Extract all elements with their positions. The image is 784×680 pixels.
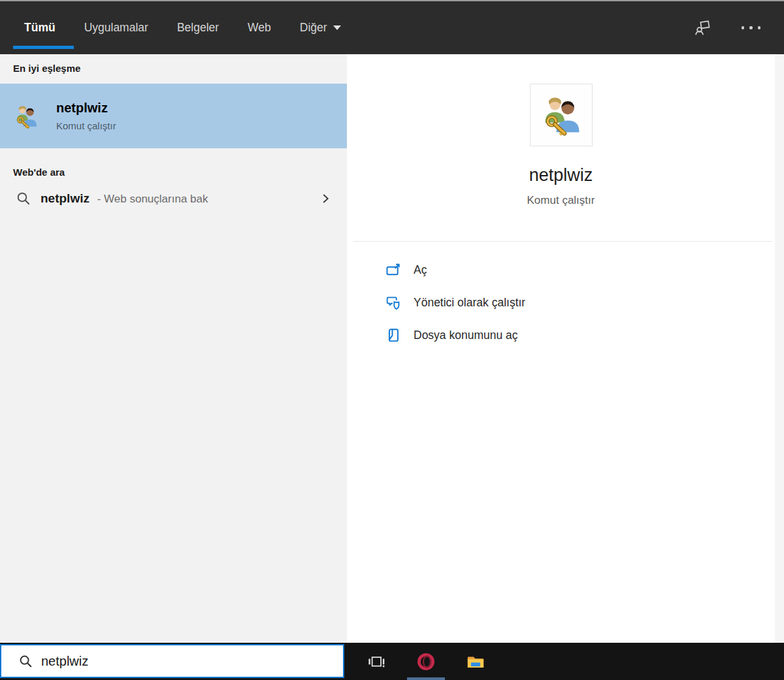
action-open-label: Aç	[414, 263, 427, 277]
task-view-button[interactable]	[351, 643, 401, 680]
web-search-suffix: - Web sonuçlarına bak	[97, 193, 208, 205]
taskbar	[0, 643, 784, 680]
tab-documents-label: Belgeler	[177, 21, 219, 35]
netplwiz-users-key-icon	[13, 103, 39, 129]
file-location-icon	[385, 327, 402, 344]
tab-more[interactable]: Diğer	[300, 1, 341, 54]
web-search-header: Web'de ara	[13, 167, 360, 178]
tab-all-label: Tümü	[24, 21, 56, 35]
tab-apps-label: Uygulamalar	[84, 21, 148, 35]
action-open[interactable]: Aç	[347, 253, 775, 286]
more-options-icon[interactable]	[740, 22, 762, 33]
search-filter-bar: Tümü Uygulamalar Belgeler Web Diğer	[0, 0, 784, 54]
taskbar-search-box[interactable]	[0, 644, 344, 678]
action-open-file-location[interactable]: Dosya konumunu aç	[347, 319, 775, 351]
opera-gx-button[interactable]	[401, 643, 451, 680]
tab-more-label: Diğer	[300, 21, 327, 35]
tab-documents[interactable]: Belgeler	[177, 1, 219, 54]
running-app-indicator	[407, 677, 445, 680]
search-input[interactable]	[41, 654, 302, 669]
windows-search-panel: Tümü Uygulamalar Belgeler Web Diğer	[0, 0, 784, 680]
results-panel: En iyi eşleşme netplwiz Komut çalıştır W…	[0, 54, 347, 643]
web-search-query: netplwiz	[41, 191, 90, 205]
preview-content: netplwiz Komut çalıştır Aç	[347, 54, 775, 643]
preview-panel: netplwiz Komut çalıştır Aç	[347, 54, 784, 643]
netplwiz-users-key-icon	[539, 93, 583, 137]
action-run-as-admin[interactable]: Yönetici olarak çalıştır	[347, 286, 775, 319]
search-icon	[16, 191, 31, 206]
chevron-down-icon	[333, 25, 341, 30]
app-icon-frame	[530, 84, 593, 146]
tab-apps[interactable]: Uygulamalar	[84, 1, 148, 54]
best-match-header: En iyi eşleşme	[13, 63, 347, 74]
preview-title: netplwiz	[347, 165, 775, 186]
divider	[353, 241, 772, 242]
file-explorer-button[interactable]	[451, 643, 500, 680]
opera-gx-icon	[416, 651, 436, 672]
file-explorer-icon	[465, 651, 486, 672]
tab-web-label: Web	[248, 21, 271, 35]
chevron-right-icon[interactable]	[318, 191, 333, 206]
web-search-text: netplwiz - Web sonuçlarına bak	[41, 191, 208, 206]
task-view-icon	[366, 651, 387, 672]
open-icon	[385, 261, 402, 278]
best-match-title: netplwiz	[56, 101, 116, 116]
taskbar-icons	[351, 643, 500, 680]
web-search-result[interactable]: netplwiz - Web sonuçlarına bak	[0, 180, 347, 217]
filter-tabs: Tümü Uygulamalar Belgeler Web Diğer	[24, 1, 341, 54]
best-match-subtitle: Komut çalıştır	[56, 120, 116, 131]
tab-all[interactable]: Tümü	[24, 1, 56, 54]
scrollbar-track[interactable]	[775, 54, 784, 643]
run-as-admin-shield-icon	[385, 294, 402, 311]
topbar-actions	[694, 1, 762, 54]
feedback-icon[interactable]	[694, 19, 711, 37]
best-match-text: netplwiz Komut çalıştır	[56, 101, 116, 131]
preview-subtitle: Komut çalıştır	[347, 194, 775, 207]
search-icon	[18, 654, 33, 669]
action-open-file-location-label: Dosya konumunu aç	[414, 329, 518, 342]
tab-web[interactable]: Web	[248, 1, 271, 54]
action-list: Aç Yönetici olarak çalıştır Dosya	[347, 253, 775, 351]
best-match-result[interactable]: netplwiz Komut çalıştır	[0, 84, 347, 148]
action-run-as-admin-label: Yönetici olarak çalıştır	[414, 296, 525, 310]
